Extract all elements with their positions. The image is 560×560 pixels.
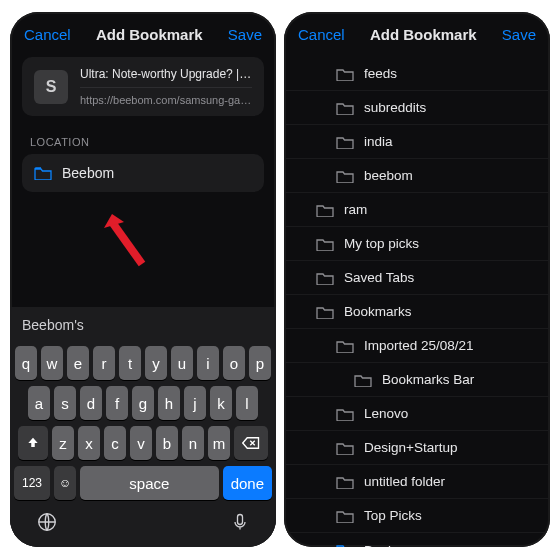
folder-row[interactable]: Bookmarks Bar [284, 363, 550, 397]
folder-label: Top Picks [364, 508, 422, 523]
folder-icon [336, 169, 354, 183]
folder-label: Design+Startup [364, 440, 457, 455]
key-z[interactable]: z [52, 426, 74, 460]
folder-row[interactable]: Saved Tabs [284, 261, 550, 295]
key-h[interactable]: h [158, 386, 180, 420]
folder-row[interactable]: Design+Startup [284, 431, 550, 465]
key-w[interactable]: w [41, 346, 63, 380]
folder-row[interactable]: Imported 25/08/21 [284, 329, 550, 363]
key-s[interactable]: s [54, 386, 76, 420]
folder-icon [336, 67, 354, 81]
folder-row[interactable]: Beebom✓ [284, 533, 550, 547]
key-q[interactable]: q [15, 346, 37, 380]
folder-label: untitled folder [364, 474, 445, 489]
folder-icon [336, 441, 354, 455]
suggestion-word[interactable]: Beebom's [22, 317, 264, 333]
key-i[interactable]: i [197, 346, 219, 380]
folder-label: subreddits [364, 100, 426, 115]
key-o[interactable]: o [223, 346, 245, 380]
delete-key[interactable] [234, 426, 268, 460]
bookmark-url-field[interactable]: https://beebom.com/samsung-galaxy-s... [80, 87, 252, 106]
right-screenshot: Cancel Add Bookmark Save feedssubreddits… [284, 12, 550, 547]
key-e[interactable]: e [67, 346, 89, 380]
navbar: Cancel Add Bookmark Save [10, 12, 276, 53]
folder-icon [34, 166, 52, 180]
folder-row[interactable]: Lenovo [284, 397, 550, 431]
location-row[interactable]: Beebom [22, 154, 264, 192]
key-d[interactable]: d [80, 386, 102, 420]
check-icon: ✓ [526, 542, 538, 547]
mode-key[interactable]: 123 [14, 466, 50, 500]
key-b[interactable]: b [156, 426, 178, 460]
key-p[interactable]: p [249, 346, 271, 380]
folder-icon [316, 203, 334, 217]
folder-label: Beebom [364, 543, 414, 548]
folder-label: feeds [364, 66, 397, 81]
navbar: Cancel Add Bookmark Save [284, 12, 550, 53]
folder-row[interactable]: ram [284, 193, 550, 227]
folder-row[interactable]: subreddits [284, 91, 550, 125]
left-screenshot: Cancel Add Bookmark Save S Ultra: Note-w… [10, 12, 276, 547]
key-y[interactable]: y [145, 346, 167, 380]
folder-row[interactable]: untitled folder [284, 465, 550, 499]
bookmark-title-field[interactable]: Ultra: Note-worthy Upgrade? | Beebom [80, 67, 252, 81]
folder-row[interactable]: Bookmarks [284, 295, 550, 329]
key-j[interactable]: j [184, 386, 206, 420]
folder-label: Bookmarks [344, 304, 412, 319]
key-a[interactable]: a [28, 386, 50, 420]
folder-row[interactable]: india [284, 125, 550, 159]
folder-icon [336, 407, 354, 421]
key-k[interactable]: k [210, 386, 232, 420]
location-label: LOCATION [30, 136, 256, 148]
shift-key[interactable] [18, 426, 48, 460]
save-button[interactable]: Save [228, 26, 262, 43]
save-button[interactable]: Save [502, 26, 536, 43]
key-n[interactable]: n [182, 426, 204, 460]
key-u[interactable]: u [171, 346, 193, 380]
folder-label: My top picks [344, 236, 419, 251]
folder-icon [316, 237, 334, 251]
page-title: Add Bookmark [96, 26, 203, 43]
svg-rect-1 [238, 515, 243, 525]
key-l[interactable]: l [236, 386, 258, 420]
folder-row[interactable]: My top picks [284, 227, 550, 261]
folder-label: Bookmarks Bar [382, 372, 474, 387]
folder-row[interactable]: beebom [284, 159, 550, 193]
folder-label: Lenovo [364, 406, 408, 421]
key-f[interactable]: f [106, 386, 128, 420]
folder-icon [316, 305, 334, 319]
folder-label: beebom [364, 168, 413, 183]
folder-icon [316, 271, 334, 285]
folder-row[interactable]: Top Picks [284, 499, 550, 533]
favicon: S [34, 70, 68, 104]
key-r[interactable]: r [93, 346, 115, 380]
folder-label: Saved Tabs [344, 270, 414, 285]
done-key[interactable]: done [223, 466, 272, 500]
cancel-button[interactable]: Cancel [24, 26, 71, 43]
space-key[interactable]: space [80, 466, 219, 500]
bookmark-card: S Ultra: Note-worthy Upgrade? | Beebom h… [22, 57, 264, 116]
key-x[interactable]: x [78, 426, 100, 460]
folder-icon [336, 475, 354, 489]
key-g[interactable]: g [132, 386, 154, 420]
key-m[interactable]: m [208, 426, 230, 460]
folder-icon [336, 543, 354, 547]
key-v[interactable]: v [130, 426, 152, 460]
folder-tree: feedssubredditsindiabeebomramMy top pick… [284, 57, 550, 547]
mic-icon[interactable] [230, 511, 250, 537]
folder-label: india [364, 134, 393, 149]
key-t[interactable]: t [119, 346, 141, 380]
keyboard: Beebom's qwertyuiop asdfghjkl zxcvbnm 12… [10, 307, 276, 547]
suggestion-bar[interactable]: Beebom's [10, 313, 276, 343]
folder-label: ram [344, 202, 367, 217]
folder-icon [336, 101, 354, 115]
globe-icon[interactable] [36, 511, 58, 537]
location-folder-name: Beebom [62, 165, 114, 181]
folder-row[interactable]: feeds [284, 57, 550, 91]
emoji-key[interactable]: ☺ [54, 466, 76, 500]
key-c[interactable]: c [104, 426, 126, 460]
folder-icon [336, 339, 354, 353]
annotation-arrow [102, 214, 152, 269]
folder-icon [354, 373, 372, 387]
cancel-button[interactable]: Cancel [298, 26, 345, 43]
